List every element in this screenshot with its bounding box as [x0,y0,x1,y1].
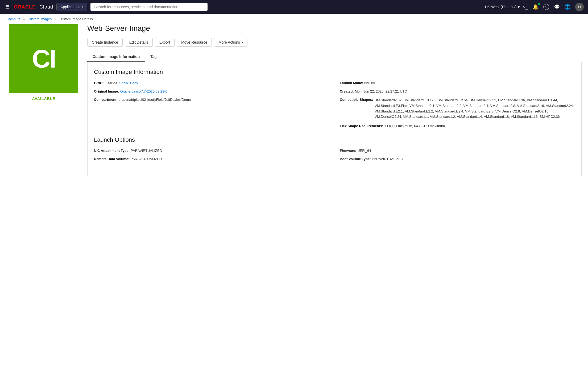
firmware-value: UEFI_64 [357,149,371,153]
breadcrumb: Compute » Custom Images » Custom Image D… [0,14,588,24]
user-avatar[interactable]: U [575,3,584,11]
tab-custom-image-info[interactable]: Custom Image Information [87,52,145,62]
page-title: Web-Server-Image [87,24,582,33]
nav-icons: >_ 🔔 ? 💬 🌐 U [523,3,584,11]
info-firmware: Firmware: UEFI_64 [340,149,575,153]
help-icon[interactable]: ? [543,4,549,10]
search-input[interactable] [90,3,208,11]
status-badge: AVAILABLE [32,97,55,101]
info-nic: NIC Attachment Type: PARAVIRTUALIZED [94,149,329,153]
breadcrumb-current: Custom Image Details [59,17,93,21]
info-compartment: Compartment: orasenatdpltoci02 (root)/Fi… [94,98,329,120]
breadcrumb-sep-2: » [54,17,56,21]
compatible-shapes-value: BM.Standard2.52, BM.Standard.E3.128, BM.… [375,98,575,120]
region-selector[interactable]: US West (Phoenix) ▾ [485,5,520,9]
breadcrumb-sep-1: » [23,17,25,21]
original-image-value: Oracle-Linux-7.7-2020.03.23-0 [120,89,167,93]
more-actions-button[interactable]: More Actions ▾ [214,38,247,47]
nic-value: PARAVIRTUALIZED [131,149,162,153]
info-original-image: Original Image: Oracle-Linux-7.7-2020.03… [94,89,329,93]
notifications-icon[interactable]: 🔔 [533,4,539,10]
copy-ocid-button[interactable]: Copy [130,81,138,85]
globe-icon[interactable]: 🌐 [565,4,570,10]
main-content: CI AVAILABLE Web-Server-Image Create Ins… [0,24,588,182]
chat-icon[interactable]: 💬 [554,4,560,10]
content-area: Custom Image Information OCID: ...ser2fa… [87,62,582,176]
applications-button[interactable]: Applications › [56,3,87,11]
export-button[interactable]: Export [155,38,175,47]
nic-label: NIC Attachment Type: [94,149,130,153]
boot-volume-label: Boot Volume Type: [340,157,371,161]
info-grid: OCID: ...ser2fa Show Copy Launch Mode: N… [94,81,575,128]
resource-icon: CI [9,24,78,93]
action-buttons-bar: Create Instance Edit Details Export Move… [87,38,582,47]
original-image-label: Original Image: [94,89,119,93]
flex-shape-value: 1 OCPU minimum, 64 OCPU maximum [384,124,445,128]
oracle-text: ORACLE [14,4,36,10]
move-resource-button[interactable]: Move Resource [177,38,212,47]
cloud-text: Cloud [39,4,53,10]
firmware-label: Firmware: [340,149,356,153]
info-empty-left [94,124,329,128]
info-remote-data-volume: Remote Data Volume: PARAVIRTUALIZED [94,157,329,161]
ocid-value: ...ser2fa Show Copy [105,81,138,85]
custom-image-info-title: Custom Image Information [94,69,575,76]
top-navigation: ☰ ORACLE Cloud Applications › US West (P… [0,0,588,14]
info-ocid: OCID: ...ser2fa Show Copy [94,81,329,85]
info-launch-mode: Launch Mode: NATIVE [340,81,575,85]
info-created: Created: Mon, Jun 22, 2020, 22:27:21 UTC [340,89,575,93]
ocid-label: OCID: [94,81,104,85]
info-boot-volume: Boot Volume Type: PARAVIRTUALIZED [340,157,575,161]
launch-mode-label: Launch Mode: [340,81,363,85]
left-panel: CI AVAILABLE [6,24,81,176]
launch-options-grid: NIC Attachment Type: PARAVIRTUALIZED Fir… [94,149,575,161]
compatible-shapes-label: Compatible Shapes: [340,98,373,102]
created-value: Mon, Jun 22, 2020, 22:27:21 UTC [355,89,407,93]
created-label: Created: [340,89,354,93]
info-flex-shape: Flex Shape Requirements: 1 OCPU minimum,… [340,124,575,128]
compartment-value: orasenatdpltoci02 (root)/Field/JeffDavie… [119,98,191,102]
remote-data-label: Remote Data Volume: [94,157,129,161]
flex-shape-label: Flex Shape Requirements: [340,124,383,128]
right-panel: Web-Server-Image Create Instance Edit De… [81,24,582,176]
original-image-link[interactable]: Oracle-Linux-7.7-2020.03.23-0 [120,89,167,93]
show-ocid-button[interactable]: Show [119,81,128,85]
tab-tags[interactable]: Tags [145,52,164,62]
edit-details-button[interactable]: Edit Details [125,38,153,47]
create-instance-button[interactable]: Create Instance [87,38,123,47]
remote-data-value: PARAVIRTUALIZED [130,157,162,161]
hamburger-menu-icon[interactable]: ☰ [4,3,11,11]
launch-mode-value: NATIVE [364,81,376,85]
tabs-bar: Custom Image Information Tags [87,52,582,62]
breadcrumb-custom-images-link[interactable]: Custom Images [27,17,52,21]
more-actions-dropdown-icon: ▾ [242,41,243,44]
boot-volume-value: PARAVIRTUALIZED [372,157,403,161]
launch-options-title: Launch Options [94,136,575,143]
notification-badge [538,3,540,5]
breadcrumb-compute-link[interactable]: Compute [6,17,20,21]
terminal-icon[interactable]: >_ [523,5,528,10]
info-compatible-shapes: Compatible Shapes: BM.Standard2.52, BM.S… [340,98,575,120]
compartment-label: Compartment: [94,98,118,102]
oracle-logo: ORACLE Cloud [14,4,53,10]
